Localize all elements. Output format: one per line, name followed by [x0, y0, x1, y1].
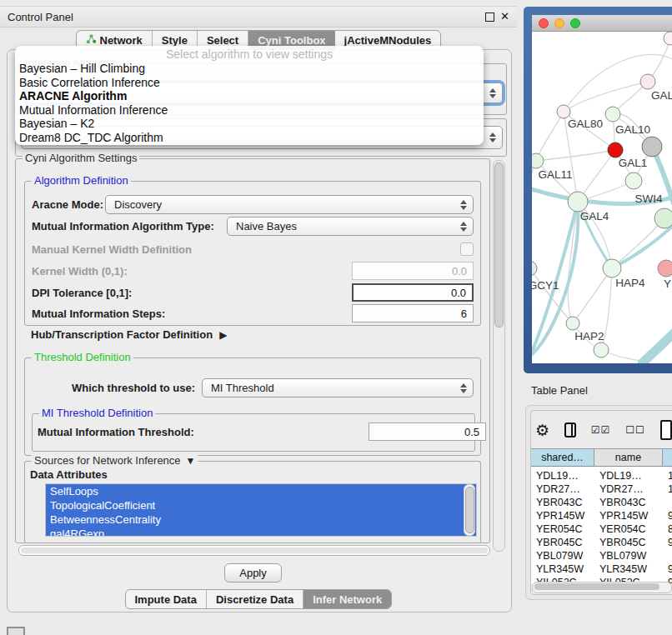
tab-impute-data[interactable]: Impute Data: [126, 590, 207, 608]
node-green-btm[interactable]: [594, 342, 609, 358]
minimized-panel-icon[interactable]: [7, 627, 25, 635]
node-gal80[interactable]: [557, 105, 570, 118]
node-label-hap2: HAP2: [574, 330, 604, 342]
bottom-tabs: Impute DataDiscretize DataInfer Network: [125, 589, 393, 609]
popup-item-bayesian-hill-climbing[interactable]: Bayesian – Hill Climbing: [15, 62, 484, 76]
mi-steps-field[interactable]: 6: [352, 304, 474, 322]
column-header-a[interactable]: A: [663, 448, 672, 467]
combo-arrows-icon: [460, 200, 467, 210]
node-label-hap4: HAP4: [615, 277, 645, 289]
table-row[interactable]: YER054CYER054C8.: [531, 522, 672, 536]
node-gal-cut[interactable]: [640, 74, 655, 89]
column-header-shared[interactable]: shared…: [531, 448, 594, 467]
manual-kernel-checkbox[interactable]: [460, 242, 474, 256]
chevron-down-icon[interactable]: ▼: [186, 455, 196, 467]
node-gcy1[interactable]: [532, 261, 537, 276]
table-horizontal-scrollbar[interactable]: [532, 582, 672, 593]
select-all-icon[interactable]: ☑☑: [591, 424, 611, 436]
tab-discretize-data[interactable]: Discretize Data: [207, 590, 303, 608]
node-swi4[interactable]: [625, 172, 642, 189]
node-hap2[interactable]: [566, 317, 579, 330]
table-cell: YDL19…: [594, 470, 663, 482]
node-hap4[interactable]: [603, 259, 621, 278]
table-row[interactable]: YLR345WYLR345W9.: [531, 562, 672, 576]
tab-infer-network[interactable]: Infer Network: [303, 590, 391, 608]
table-cell: YDR27…: [594, 483, 663, 495]
mi-type-label: Mutual Information Algorithm Type:: [32, 220, 214, 232]
column-header-name[interactable]: name: [594, 448, 663, 467]
popup-item-mutual-information-inference[interactable]: Mutual Information Inference: [15, 103, 484, 118]
node-gal11[interactable]: [532, 153, 544, 168]
network-edge: [612, 218, 664, 268]
kernel-width-field[interactable]: 0.0: [352, 262, 474, 280]
node-gal4[interactable]: [568, 192, 588, 212]
node-label-gcy1: GCY1: [532, 279, 559, 292]
popup-item-bayesian-k2[interactable]: Bayesian – K2: [15, 117, 484, 131]
which-threshold-combo[interactable]: MI Threshold: [202, 378, 474, 398]
dpi-tolerance-field[interactable]: 0.0: [352, 283, 474, 302]
table-cell: YDL19…: [531, 470, 594, 482]
table-row[interactable]: YPR145WYPR145W9.: [531, 509, 672, 522]
close-icon[interactable]: ✕: [500, 12, 509, 21]
settings-vertical-scrollbar[interactable]: [493, 160, 505, 552]
node-green-right[interactable]: [654, 208, 672, 228]
table-cell: 8.: [663, 523, 672, 535]
table-row[interactable]: YBR043CYBR043C: [531, 496, 672, 509]
attribute-item-selfloops[interactable]: SelfLoops: [46, 484, 476, 498]
data-attributes-list: SelfLoopsTopologicalCoefficientBetweenne…: [45, 483, 477, 537]
traffic-light-zoom[interactable]: [570, 18, 580, 28]
apply-button[interactable]: Apply: [224, 563, 282, 582]
node-gal10[interactable]: [605, 107, 620, 122]
deselect-all-icon[interactable]: ☐☐: [625, 424, 645, 436]
table-row[interactable]: YDR27…YDR27…12: [531, 482, 672, 496]
attribute-item-gal4rgexp[interactable]: gal4RGexp: [46, 527, 476, 537]
tab-label: Impute Data: [135, 593, 197, 606]
node-gray-node[interactable]: [642, 137, 662, 157]
threshold-definition-group: Threshold Definition Which threshold to …: [24, 358, 481, 456]
sources-group: Sources for Network Inference ▼ Data Att…: [24, 461, 481, 543]
attribute-item-topologicalcoefficient[interactable]: TopologicalCoefficient: [46, 498, 476, 512]
table-row[interactable]: YDL19…YDL19…13: [531, 469, 672, 482]
document-icon[interactable]: [660, 420, 672, 440]
tab-label: Select: [207, 34, 238, 47]
table-row[interactable]: YBR045CYBR045C9.: [531, 536, 672, 549]
mi-threshold-field[interactable]: 0.5: [369, 422, 486, 441]
combo-arrows-icon: [489, 88, 496, 98]
gear-icon[interactable]: ⚙: [535, 421, 549, 440]
node-gal1[interactable]: [608, 142, 623, 158]
traffic-light-minimize[interactable]: [554, 18, 564, 28]
aracne-mode-combo[interactable]: Discovery: [105, 195, 474, 214]
column-browser-icon[interactable]: [564, 422, 576, 438]
attribute-item-betweennesscentrality[interactable]: BetweennessCentrality: [46, 512, 476, 527]
node-salmon[interactable]: [658, 260, 672, 277]
network-canvas[interactable]: GALGAL80GAL10GAL1GAL11SWI4GAL4GCY1HAP4YH…: [532, 32, 672, 363]
network-window-titlebar[interactable]: [532, 15, 672, 32]
node-n-topright[interactable]: [664, 32, 672, 45]
hub-definition-expander[interactable]: Hub/Transcription Factor Definition ▶: [31, 328, 227, 341]
settings-horizontal-scrollbar[interactable]: [18, 545, 490, 556]
table-cell: YBR045C: [594, 537, 663, 548]
aracne-mode-label: Aracne Mode:: [32, 198, 103, 211]
network-edge: [536, 112, 564, 161]
mi-type-combo[interactable]: Naive Bayes: [227, 217, 474, 236]
float-window-icon[interactable]: [485, 12, 494, 22]
table-row[interactable]: YBL079WYBL079W: [531, 549, 672, 562]
node-label-gal4: GAL4: [580, 210, 609, 222]
table-body: YDL19…YDL19…13YDR27…YDR27…12YBR043CYBR04…: [531, 467, 672, 584]
kernel-width-label: Kernel Width (0,1):: [32, 265, 128, 278]
tab-label: Style: [162, 34, 188, 47]
cyni-settings-group: Cyni Algorithm Settings Algorithm Defini…: [15, 158, 490, 543]
popup-item-dream8-dc-tdc-algorithm[interactable]: Dream8 DC_TDC Algorithm: [15, 131, 484, 145]
traffic-light-close[interactable]: [539, 18, 549, 28]
table-toolbar: ⚙☑☑☐☐: [535, 417, 672, 443]
list-vertical-scrollbar[interactable]: [464, 484, 475, 536]
popup-item-aracne-algorithm[interactable]: ARACNE Algorithm: [15, 89, 484, 103]
algorithm-popup: Select algorithm to view settings Bayesi…: [15, 46, 484, 145]
table-header-row: shared…nameA: [531, 448, 672, 467]
combo-arrows-icon: [460, 222, 467, 232]
table-cell: 9.: [663, 537, 672, 548]
network-graph: GALGAL80GAL10GAL1GAL11SWI4GAL4GCY1HAP4YH…: [532, 32, 672, 363]
popup-item-basic-correlation-inference[interactable]: Basic Correlation Inference: [15, 76, 484, 90]
table-cell: YLR345W: [594, 563, 663, 575]
hub-definition-label: Hub/Transcription Factor Definition: [31, 328, 213, 341]
